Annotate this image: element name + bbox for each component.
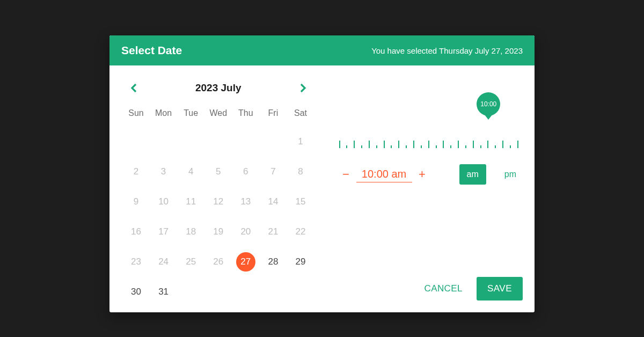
day-cell[interactable]: 5: [204, 162, 232, 181]
weekday-label: Sun: [122, 108, 150, 118]
date-picker-dialog: Select Date You have selected Thursday J…: [109, 35, 535, 312]
tick-minor: [376, 145, 377, 148]
day-cell[interactable]: 14: [259, 192, 287, 211]
day-cell[interactable]: 1: [287, 132, 314, 151]
tick-major: [369, 141, 370, 148]
selected-date-text: You have selected Thursday July 27, 2023: [371, 46, 523, 55]
day-cell-empty: [259, 132, 287, 151]
day-cell[interactable]: 21: [259, 222, 287, 241]
day-cell[interactable]: 9: [122, 192, 150, 211]
day-cell[interactable]: 3: [150, 162, 177, 181]
chevron-left-icon: [130, 83, 138, 93]
tick-major: [458, 141, 459, 148]
day-cell[interactable]: 18: [177, 222, 204, 241]
day-cell[interactable]: 23: [122, 252, 150, 272]
tick-minor: [510, 145, 511, 148]
tick-major: [398, 141, 399, 148]
month-navigation: 2023 July: [122, 80, 314, 100]
dialog-footer: CANCEL SAVE: [422, 277, 523, 301]
weekday-header: SunMonTueWedThuFriSat: [122, 100, 314, 123]
day-cell[interactable]: 16: [122, 222, 150, 241]
tick-major: [384, 141, 385, 148]
tick-minor: [406, 145, 407, 148]
day-cell[interactable]: 8: [287, 162, 314, 181]
tick-minor: [465, 145, 466, 148]
time-value[interactable]: 10:00 am: [356, 167, 412, 182]
day-cell[interactable]: 17: [150, 222, 177, 241]
slider-ticks: [339, 138, 518, 148]
day-cell[interactable]: 6: [232, 162, 259, 181]
tick-minor: [480, 145, 481, 148]
tick-minor: [436, 145, 437, 148]
tick-major: [473, 141, 474, 148]
weekday-label: Fri: [259, 108, 287, 118]
day-cell-empty: [204, 132, 232, 151]
tick-major: [517, 141, 518, 148]
next-month-button[interactable]: [295, 80, 310, 96]
day-cell[interactable]: 22: [287, 222, 314, 241]
tick-minor: [421, 145, 422, 148]
tick-major: [487, 141, 488, 148]
weekday-label: Tue: [177, 108, 204, 118]
tick-major: [502, 141, 503, 148]
dialog-body: 2023 July SunMonTueWedThuFriSat 12345678…: [109, 65, 535, 312]
slider-bubble-label: 10:00: [480, 100, 496, 108]
am-button[interactable]: am: [459, 164, 486, 185]
month-year-label: 2023 July: [195, 82, 241, 94]
tick-minor: [450, 145, 451, 148]
time-controls: − 10:00 am + am pm: [334, 164, 524, 185]
day-cell[interactable]: 29: [287, 252, 314, 272]
day-cell[interactable]: 11: [177, 192, 204, 211]
weekday-label: Thu: [232, 108, 259, 118]
decrement-time-button[interactable]: −: [341, 167, 351, 181]
tick-major: [443, 141, 444, 148]
time-panel: 10:00 − 10:00 am + am pm: [334, 80, 524, 302]
day-cell-empty: [177, 132, 204, 151]
day-cell[interactable]: 28: [259, 252, 287, 272]
days-grid: 1234567891011121314151617181920212223242…: [122, 123, 314, 302]
day-cell-empty: [122, 132, 150, 151]
slider-bubble: 10:00: [477, 92, 500, 116]
dialog-title: Select Date: [121, 44, 182, 57]
day-cell-empty: [232, 132, 259, 151]
chevron-right-icon: [298, 83, 307, 93]
tick-major: [339, 141, 340, 148]
prev-month-button[interactable]: [127, 80, 142, 96]
time-stepper: − 10:00 am +: [341, 167, 427, 182]
day-cell[interactable]: 4: [177, 162, 204, 181]
dialog-header: Select Date You have selected Thursday J…: [109, 35, 535, 65]
day-cell[interactable]: 13: [232, 192, 259, 211]
day-cell[interactable]: 15: [287, 192, 314, 211]
day-cell[interactable]: 30: [122, 282, 150, 302]
increment-time-button[interactable]: +: [418, 167, 427, 181]
day-cell[interactable]: 20: [232, 222, 259, 241]
day-cell[interactable]: 31: [150, 282, 177, 302]
day-cell[interactable]: 7: [259, 162, 287, 181]
tick-major: [354, 141, 355, 148]
day-cell[interactable]: 26: [204, 252, 232, 272]
tick-minor: [495, 145, 496, 148]
am-pm-toggle: am pm: [459, 164, 524, 185]
tick-minor: [361, 145, 362, 148]
day-cell[interactable]: 19: [204, 222, 232, 241]
day-cell[interactable]: 2: [122, 162, 150, 181]
tick-minor: [346, 145, 347, 148]
pm-button[interactable]: pm: [497, 164, 524, 185]
tick-minor: [391, 145, 392, 148]
day-cell[interactable]: 27: [236, 252, 255, 272]
calendar-panel: 2023 July SunMonTueWedThuFriSat 12345678…: [122, 80, 314, 302]
tick-major: [428, 141, 429, 148]
cancel-button[interactable]: CANCEL: [422, 278, 465, 299]
day-cell[interactable]: 10: [150, 192, 177, 211]
weekday-label: Sat: [287, 108, 314, 118]
day-cell[interactable]: 24: [150, 252, 177, 272]
weekday-label: Wed: [204, 108, 232, 118]
time-slider[interactable]: 10:00: [339, 116, 518, 148]
day-cell-empty: [150, 132, 177, 151]
save-button[interactable]: SAVE: [477, 277, 523, 301]
day-cell[interactable]: 12: [204, 192, 232, 211]
weekday-label: Mon: [150, 108, 177, 118]
tick-major: [413, 141, 414, 148]
day-cell[interactable]: 25: [177, 252, 204, 272]
